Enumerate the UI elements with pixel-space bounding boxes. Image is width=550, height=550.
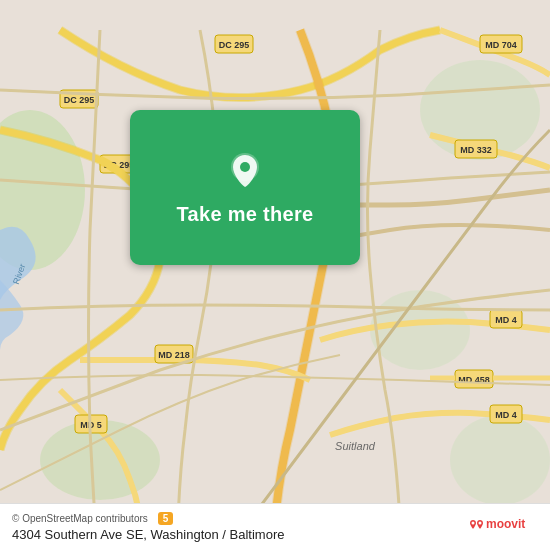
osm-credit-text: © OpenStreetMap contributors [12,513,148,524]
take-me-there-button[interactable]: Take me there [130,110,360,265]
moovit-logo-svg: moovit [468,512,538,542]
svg-point-31 [479,522,482,525]
svg-text:MD 4: MD 4 [495,410,517,420]
svg-point-5 [450,415,550,505]
map-svg: DC 295 DC 295 DC 295 MD 704 MD 332 MD 4 … [0,0,550,550]
svg-text:DC 295: DC 295 [219,40,250,50]
svg-text:MD 4: MD 4 [495,315,517,325]
bottom-info: © OpenStreetMap contributors 5 4304 Sout… [12,512,284,542]
svg-text:Suitland: Suitland [335,440,376,452]
osm-badge: 5 [158,512,174,525]
svg-text:MD 704: MD 704 [485,40,517,50]
svg-point-29 [240,162,250,172]
map-pin-icon [223,149,267,193]
moovit-logo: moovit [468,512,538,542]
svg-point-30 [472,522,475,525]
take-me-there-label: Take me there [177,203,314,226]
svg-text:DC 295: DC 295 [64,95,95,105]
svg-text:moovit: moovit [486,517,525,531]
map-container: DC 295 DC 295 DC 295 MD 704 MD 332 MD 4 … [0,0,550,550]
svg-text:MD 218: MD 218 [158,350,190,360]
osm-credit-line: © OpenStreetMap contributors 5 [12,512,284,525]
bottom-bar: © OpenStreetMap contributors 5 4304 Sout… [0,503,550,550]
address-text: 4304 Southern Ave SE, Washington / Balti… [12,527,284,542]
svg-text:MD 332: MD 332 [460,145,492,155]
